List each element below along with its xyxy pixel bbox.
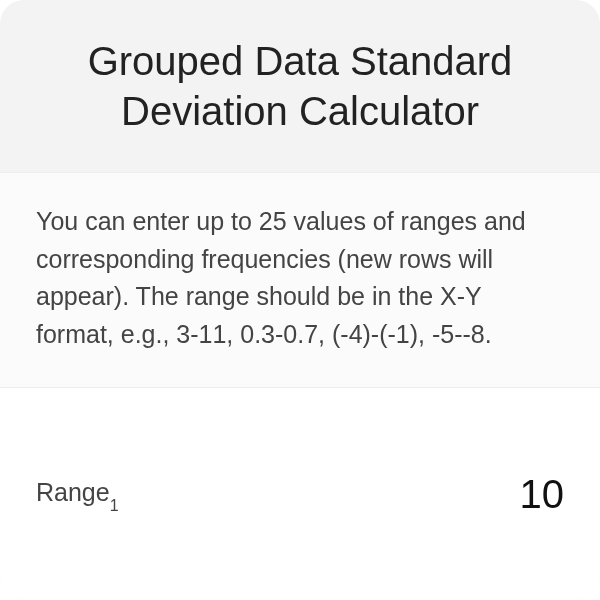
range-label-subscript: 1	[110, 497, 119, 514]
description-text: You can enter up to 25 values of ranges …	[36, 203, 564, 353]
input-row: Range1	[0, 387, 600, 600]
description-block: You can enter up to 25 values of ranges …	[0, 172, 600, 387]
range-input[interactable]	[404, 472, 564, 517]
range-label: Range1	[36, 478, 119, 511]
calculator-card: Grouped Data Standard Deviation Calculat…	[0, 0, 600, 600]
card-header: Grouped Data Standard Deviation Calculat…	[0, 0, 600, 172]
page-title: Grouped Data Standard Deviation Calculat…	[40, 36, 560, 136]
range-label-base: Range	[36, 478, 110, 506]
